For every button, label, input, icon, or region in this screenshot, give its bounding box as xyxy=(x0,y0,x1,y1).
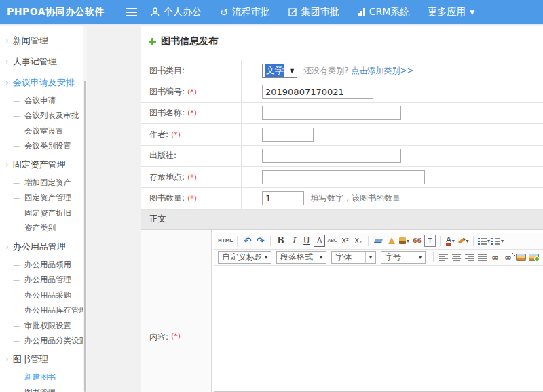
align-center-button[interactable] xyxy=(451,251,462,263)
select-label: 字号 xyxy=(381,252,415,263)
sidebar-group-office-supplies[interactable]: ›办公用品管理 xyxy=(0,236,83,257)
sidebar-item-asset-category[interactable]: —资产类别 xyxy=(0,221,83,237)
chevron-right-icon: › xyxy=(5,57,8,66)
sidebar-item-supplies-category-settings[interactable]: —办公用品分类设置 xyxy=(0,334,83,349)
category-select[interactable]: 文学 ▼ xyxy=(262,64,297,78)
font-family-select[interactable]: 字体▾ xyxy=(331,251,376,264)
ordered-list-button[interactable]: ▾ xyxy=(478,235,490,247)
quantity-input[interactable] xyxy=(262,191,304,205)
sidebar-item-add-fixed-asset[interactable]: —增加固定资产 xyxy=(0,175,83,191)
book-name-input[interactable] xyxy=(262,106,401,120)
sidebar-item-supplies-purchase[interactable]: —办公用品采购 xyxy=(0,288,83,303)
author-input[interactable] xyxy=(262,128,314,142)
toolbar-separator xyxy=(270,236,271,246)
storage-location-input[interactable] xyxy=(262,170,425,184)
quantity-hint: 填写数字，该图书的数量 xyxy=(311,193,400,204)
field-label: 图书编号: xyxy=(149,86,185,98)
autotypeset-button[interactable]: A xyxy=(314,235,325,247)
sidebar-item-label: 固定资产管理 xyxy=(24,193,71,203)
italic-button[interactable]: I xyxy=(288,235,299,247)
sidebar-item-meeting-list-approval[interactable]: —会议列表及审批 xyxy=(0,109,83,124)
book-number-input[interactable] xyxy=(262,85,373,99)
sidebar-item-label: 办公用品库存管理 xyxy=(24,305,83,315)
unordered-list-icon xyxy=(491,237,500,245)
sidebar-item-new-book[interactable]: —新建图书 xyxy=(0,370,83,385)
sidebar-item-fixed-asset-management[interactable]: —固定资产管理 xyxy=(0,191,83,206)
publisher-input[interactable] xyxy=(262,149,401,163)
scrollbar-thumb[interactable] xyxy=(84,81,86,392)
sidebar-item-label: 固定资产管理 xyxy=(13,159,66,171)
rich-text-editor-cell: HTML ↶ ↷ B I U A ABC X² X₂ xyxy=(212,230,543,392)
sidebar-item-meeting-category-settings[interactable]: —会议类别设置 xyxy=(0,139,83,155)
sidebar-item-label: 办公用品管理 xyxy=(13,241,66,253)
font-size-select[interactable]: 字号▾ xyxy=(381,251,426,264)
html-source-button[interactable]: HTML xyxy=(218,235,233,247)
nav-more-apps[interactable]: 更多应用 ▼ xyxy=(428,6,474,18)
required-mark: (*) xyxy=(187,87,197,96)
sidebar-group-book-management[interactable]: ›图书管理 xyxy=(0,349,83,370)
redo-button[interactable]: ↷ xyxy=(255,235,266,247)
justify-button[interactable] xyxy=(476,251,488,263)
highlight-button[interactable]: ▾ xyxy=(457,235,469,247)
sidebar-item-approval-permission-settings[interactable]: —审批权限设置 xyxy=(0,318,83,334)
custom-title-select[interactable]: 自定义标题▾ xyxy=(218,251,272,264)
nav-group-approval[interactable]: 集团审批 xyxy=(288,6,339,18)
required-mark: (*) xyxy=(187,109,197,117)
dash-icon: — xyxy=(13,292,20,299)
sidebar-item-book-management[interactable]: —图书管理 xyxy=(0,385,83,392)
dash-icon: — xyxy=(13,389,20,392)
sidebar-item-label: 会议申请及安排 xyxy=(13,77,75,89)
paste-as-text-button[interactable]: T xyxy=(424,235,436,247)
sidebar-item-label: 办公用品采购 xyxy=(24,290,71,300)
underline-button[interactable]: U xyxy=(301,235,312,247)
sidebar-scrollbar[interactable] xyxy=(83,26,87,392)
align-left-button[interactable] xyxy=(438,251,449,263)
undo-button[interactable]: ↶ xyxy=(242,235,253,247)
insert-image-online-button[interactable] xyxy=(528,251,540,263)
page-title: 图书信息发布 xyxy=(149,35,218,47)
unordered-list-button[interactable]: ▾ xyxy=(491,235,504,247)
dash-icon: — xyxy=(13,276,20,283)
blockquote-button[interactable]: 66 xyxy=(411,235,423,247)
superscript-button[interactable]: X² xyxy=(339,235,351,247)
user-icon xyxy=(151,7,160,17)
font-color-button[interactable]: A▾ xyxy=(445,235,456,247)
sidebar-item-supplies-inventory[interactable]: —办公用品库存管理 xyxy=(0,303,83,319)
bold-button[interactable]: B xyxy=(275,235,286,247)
nav-crm-system[interactable]: CRM系统 xyxy=(358,6,410,18)
align-right-button[interactable] xyxy=(464,251,475,263)
app-logo: PHPOA协同办公软件 xyxy=(7,6,105,18)
hamburger-menu-icon[interactable] xyxy=(126,8,137,17)
edit-square-icon xyxy=(288,7,297,16)
sidebar-item-fixed-asset-depreciation[interactable]: —固定资产折旧 xyxy=(0,205,83,221)
sidebar-group-fixed-assets[interactable]: ›固定资产管理 xyxy=(0,154,83,175)
align-left-icon xyxy=(439,254,448,261)
strikethrough-button[interactable]: ABC xyxy=(326,235,338,247)
sidebar-item-supplies-management[interactable]: —办公用品管理 xyxy=(0,273,83,288)
caret-down-icon: ▾ xyxy=(261,252,271,263)
insert-link-button[interactable]: ∞ xyxy=(489,251,501,263)
nav-workflow-approval[interactable]: ↺ 流程审批 xyxy=(220,6,270,18)
insert-image-button[interactable] xyxy=(515,251,527,263)
nav-personal-office[interactable]: 个人办公 xyxy=(151,6,202,18)
sidebar-item-label: 新建图书 xyxy=(24,372,56,383)
eraser-icon xyxy=(374,239,383,243)
sidebar-item-meeting-room-settings[interactable]: —会议室设置 xyxy=(0,123,83,139)
remove-link-button[interactable]: ∞ xyxy=(502,251,514,263)
form-row-book-name: 图书名称:(*) xyxy=(141,103,543,124)
add-category-link[interactable]: 点击添加类别>> xyxy=(352,65,414,77)
clear-format-button[interactable] xyxy=(386,235,397,247)
sidebar-group-memorabilia-management[interactable]: ›大事记管理 xyxy=(0,51,83,72)
dash-icon: — xyxy=(13,307,20,314)
caret-down-icon: ▾ xyxy=(501,238,504,244)
paragraph-format-select[interactable]: 段落格式▾ xyxy=(276,251,326,264)
eraser-button[interactable] xyxy=(373,235,384,247)
sidebar-item-supplies-requisition[interactable]: —办公用品领用 xyxy=(0,257,83,273)
sidebar-item-label: 办公用品分类设置 xyxy=(24,336,83,346)
sidebar-group-news-management[interactable]: ›新闻管理 xyxy=(0,30,83,51)
editor-content-area[interactable] xyxy=(214,266,543,391)
format-painter-button[interactable]: ▾ xyxy=(398,235,410,247)
subscript-button[interactable]: X₂ xyxy=(352,235,364,247)
sidebar-item-meeting-apply[interactable]: —会议申请 xyxy=(0,93,83,109)
sidebar-group-meeting-request[interactable]: ›会议申请及安排 xyxy=(0,72,83,93)
